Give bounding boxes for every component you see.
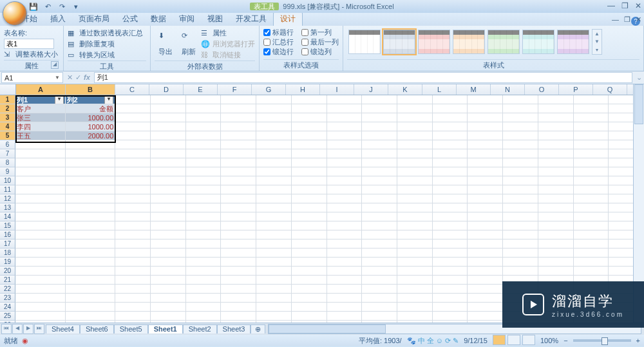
cell-H14[interactable]: [292, 212, 327, 221]
cell-C2[interactable]: [115, 104, 151, 113]
cell-C8[interactable]: [115, 158, 151, 167]
cell-J23[interactable]: [362, 294, 397, 303]
cell-C21[interactable]: [115, 276, 151, 285]
cell-I4[interactable]: [327, 122, 363, 131]
nav-next-icon[interactable]: ▶: [23, 324, 33, 334]
view-layout-icon[interactable]: [507, 335, 520, 345]
cell-B19[interactable]: [66, 258, 116, 267]
cell-P12[interactable]: [574, 194, 609, 203]
cell-D26[interactable]: [151, 321, 186, 323]
cell-I17[interactable]: [327, 239, 363, 249]
cell-B18[interactable]: [66, 249, 116, 258]
cell-E18[interactable]: [186, 249, 222, 258]
cell-O7[interactable]: [538, 149, 574, 158]
zoom-thumb[interactable]: [601, 337, 608, 345]
table-style-6[interactable]: [557, 30, 589, 54]
cell-A21[interactable]: [15, 276, 66, 285]
col-header-F[interactable]: F: [218, 84, 252, 95]
cell-A26[interactable]: [15, 321, 66, 323]
cell-B9[interactable]: [66, 167, 116, 176]
cell-F15[interactable]: [221, 221, 256, 230]
cell-K16[interactable]: [397, 230, 433, 239]
cell-J6[interactable]: [362, 140, 397, 149]
cell-N12[interactable]: [503, 194, 538, 203]
cell-N6[interactable]: [503, 140, 538, 149]
cell-N8[interactable]: [503, 158, 538, 167]
cell-O17[interactable]: [538, 239, 574, 249]
cell-C6[interactable]: [115, 140, 151, 149]
cell-C14[interactable]: [115, 212, 151, 221]
cell-J3[interactable]: [362, 113, 397, 122]
cell-N18[interactable]: [503, 249, 538, 258]
cell-E20[interactable]: [186, 267, 222, 276]
view-normal-icon[interactable]: [493, 335, 506, 345]
cell-N20[interactable]: [503, 267, 538, 276]
cell-D12[interactable]: [151, 194, 186, 203]
cell-D6[interactable]: [151, 140, 186, 149]
sheet-tab-Sheet3[interactable]: Sheet3: [217, 324, 251, 333]
cell-M15[interactable]: [468, 221, 503, 230]
cell-H13[interactable]: [292, 203, 327, 212]
cell-K21[interactable]: [397, 276, 433, 285]
row-header-10[interactable]: 10: [0, 176, 15, 185]
row-header-14[interactable]: 14: [0, 212, 15, 221]
cell-H4[interactable]: [292, 122, 327, 131]
cell-I7[interactable]: [327, 149, 363, 158]
cell-D20[interactable]: [151, 267, 186, 276]
tab-插入[interactable]: 插入: [44, 12, 72, 26]
cell-L10[interactable]: [433, 176, 468, 185]
cell-M21[interactable]: [468, 276, 503, 285]
cell-H1[interactable]: [292, 95, 327, 104]
cell-M13[interactable]: [468, 203, 503, 212]
cell-K12[interactable]: [397, 194, 433, 203]
zoom-level[interactable]: 100%: [540, 337, 558, 344]
cell-I1[interactable]: [327, 95, 363, 104]
cell-J8[interactable]: [362, 158, 397, 167]
cell-O20[interactable]: [538, 267, 574, 276]
tab-数据[interactable]: 数据: [144, 12, 173, 26]
cell-D3[interactable]: [151, 113, 186, 122]
cell-I21[interactable]: [327, 276, 363, 285]
cell-K10[interactable]: [397, 176, 433, 185]
cell-A7[interactable]: [15, 149, 66, 158]
cell-K17[interactable]: [397, 239, 433, 249]
cell-D19[interactable]: [151, 258, 186, 267]
cell-A13[interactable]: [15, 203, 66, 212]
cell-D21[interactable]: [151, 276, 186, 285]
remove-duplicates-button[interactable]: ▤删除重复项: [68, 39, 146, 50]
filter-dropdown-icon[interactable]: ▾: [104, 95, 113, 104]
cell-G13[interactable]: [256, 203, 292, 212]
cell-N15[interactable]: [503, 221, 538, 230]
cell-H23[interactable]: [292, 294, 327, 303]
cell-P9[interactable]: [574, 167, 609, 176]
row-header-9[interactable]: 9: [0, 167, 15, 176]
chk-banded-rows[interactable]: 镶边行: [263, 47, 294, 57]
cell-F11[interactable]: [221, 185, 256, 194]
cell-P14[interactable]: [574, 212, 609, 221]
cell-D4[interactable]: [151, 122, 186, 131]
cell-M17[interactable]: [468, 239, 503, 249]
col-header-C[interactable]: C: [115, 84, 149, 95]
cell-G8[interactable]: [256, 158, 292, 167]
cell-H15[interactable]: [292, 221, 327, 230]
cell-E17[interactable]: [186, 239, 222, 249]
cell-J1[interactable]: [362, 95, 397, 104]
cell-G26[interactable]: [256, 321, 292, 323]
table-style-3[interactable]: [453, 30, 485, 54]
cell-J16[interactable]: [362, 230, 397, 239]
cell-J2[interactable]: [362, 104, 397, 113]
close-button[interactable]: ✕: [635, 1, 641, 10]
cell-B6[interactable]: [66, 140, 116, 149]
cell-F6[interactable]: [221, 140, 256, 149]
cell-G15[interactable]: [256, 221, 292, 230]
row-header-7[interactable]: 7: [0, 149, 15, 158]
cell-C15[interactable]: [115, 221, 151, 230]
cell-B25[interactable]: [66, 312, 116, 321]
cell-A5[interactable]: 王五: [15, 131, 66, 140]
cell-L20[interactable]: [433, 267, 468, 276]
cell-E7[interactable]: [186, 149, 222, 158]
cell-L2[interactable]: [433, 104, 468, 113]
cell-G1[interactable]: [256, 95, 292, 104]
cell-I19[interactable]: [327, 258, 363, 267]
cell-M5[interactable]: [468, 131, 503, 140]
